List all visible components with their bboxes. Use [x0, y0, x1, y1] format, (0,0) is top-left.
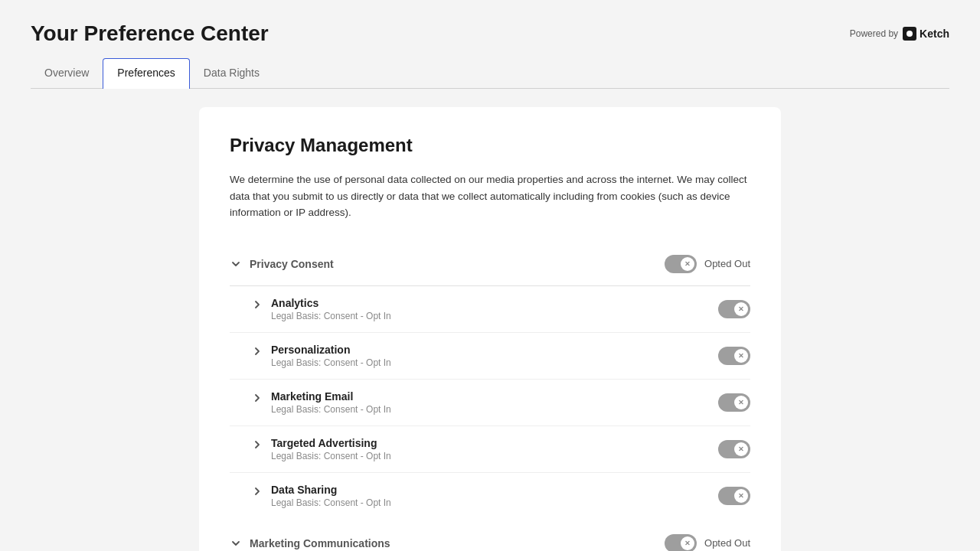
analytics-basis: Legal Basis: Consent - Opt In — [271, 311, 391, 321]
privacy-consent-items: Analytics Legal Basis: Consent - Opt In … — [230, 286, 750, 519]
card-description: We determine the use of personal data co… — [230, 171, 750, 221]
analytics-toggle[interactable]: ✕ — [718, 300, 750, 318]
data-sharing-left: Data Sharing Legal Basis: Consent - Opt … — [251, 484, 391, 508]
marketing-communications-toggle[interactable]: ✕ — [665, 534, 697, 551]
chevron-right-icon — [251, 485, 263, 497]
data-sharing-basis: Legal Basis: Consent - Opt In — [271, 497, 391, 508]
list-item: Targeted Advertising Legal Basis: Consen… — [230, 426, 750, 473]
tab-overview[interactable]: Overview — [31, 59, 103, 88]
targeted-advertising-basis: Legal Basis: Consent - Opt In — [271, 451, 391, 461]
chevron-right-icon — [251, 392, 263, 404]
privacy-management-card: Privacy Management We determine the use … — [199, 107, 781, 551]
ketch-logo: Ketch — [903, 27, 949, 41]
privacy-consent-group-header: Privacy Consent ✕ Opted Out — [230, 243, 750, 286]
card-title: Privacy Management — [230, 135, 750, 156]
targeted-advertising-name: Targeted Advertising — [271, 437, 391, 449]
chevron-right-icon — [251, 345, 263, 357]
list-item: Analytics Legal Basis: Consent - Opt In … — [230, 286, 750, 333]
marketing-communications-label: Marketing Communications — [250, 537, 390, 549]
analytics-name: Analytics — [271, 297, 391, 309]
content-area: Privacy Management We determine the use … — [31, 89, 949, 551]
ketch-icon — [903, 27, 916, 41]
marketing-email-name: Marketing Email — [271, 390, 391, 403]
tab-preferences[interactable]: Preferences — [103, 58, 189, 89]
marketing-email-toggle[interactable]: ✕ — [718, 393, 750, 412]
list-item: Marketing Email Legal Basis: Consent - O… — [230, 380, 750, 426]
chevron-right-icon — [251, 439, 263, 451]
personalization-left: Personalization Legal Basis: Consent - O… — [251, 344, 391, 368]
personalization-basis: Legal Basis: Consent - Opt In — [271, 357, 391, 368]
chevron-down-icon — [230, 537, 242, 549]
marketing-email-left: Marketing Email Legal Basis: Consent - O… — [251, 390, 391, 415]
analytics-left: Analytics Legal Basis: Consent - Opt In — [251, 297, 391, 321]
marketing-email-basis: Legal Basis: Consent - Opt In — [271, 404, 391, 415]
powered-by-label: Powered by Ketch — [850, 27, 949, 41]
targeted-advertising-left: Targeted Advertising Legal Basis: Consen… — [251, 437, 391, 461]
privacy-consent-status: Opted Out — [704, 258, 750, 269]
targeted-advertising-toggle[interactable]: ✕ — [718, 440, 750, 458]
chevron-down-icon — [230, 258, 242, 270]
marketing-communications-group-header: Marketing Communications ✕ Opted Out — [230, 522, 750, 551]
personalization-toggle[interactable]: ✕ — [718, 347, 750, 365]
page-title: Your Preference Center — [31, 21, 269, 46]
marketing-communications-right: ✕ Opted Out — [665, 534, 750, 551]
data-sharing-toggle[interactable]: ✕ — [718, 487, 750, 505]
privacy-consent-right: ✕ Opted Out — [665, 255, 750, 273]
tabs-bar: Overview Preferences Data Rights — [31, 58, 949, 89]
marketing-communications-status: Opted Out — [704, 537, 750, 549]
privacy-consent-toggle[interactable]: ✕ — [665, 255, 697, 273]
data-sharing-name: Data Sharing — [271, 484, 391, 496]
personalization-name: Personalization — [271, 344, 391, 356]
list-item: Data Sharing Legal Basis: Consent - Opt … — [230, 473, 750, 519]
privacy-consent-left: Privacy Consent — [230, 258, 334, 270]
chevron-right-icon — [251, 298, 263, 311]
list-item: Personalization Legal Basis: Consent - O… — [230, 333, 750, 380]
privacy-consent-label: Privacy Consent — [250, 258, 334, 270]
marketing-communications-left: Marketing Communications — [230, 537, 390, 549]
tab-data-rights[interactable]: Data Rights — [190, 59, 273, 88]
